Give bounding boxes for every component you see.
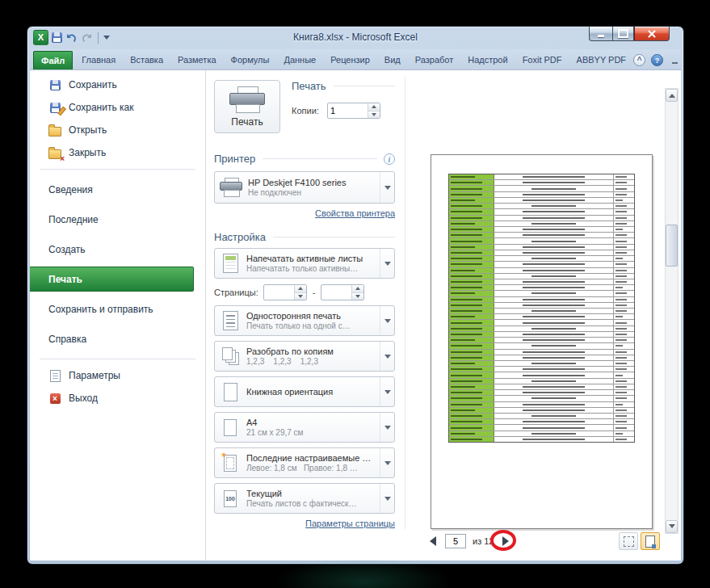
preview-cell-green xyxy=(449,245,494,250)
preview-cell xyxy=(614,192,634,197)
print-what-dropdown[interactable]: Напечатать активные листы Напечатать тол… xyxy=(214,248,395,279)
ribbon-tab[interactable]: ABBYY PDF xyxy=(569,50,634,69)
scrollbar-track[interactable] xyxy=(666,102,678,520)
info-icon[interactable] xyxy=(384,153,395,165)
ribbon-tab[interactable]: Рецензир xyxy=(323,50,377,69)
chevron-down-icon[interactable] xyxy=(380,413,394,442)
printer-properties-link[interactable]: Свойства принтера xyxy=(315,208,395,218)
spin-up-icon[interactable] xyxy=(295,285,306,293)
scroll-up-button[interactable] xyxy=(666,89,678,102)
save-icon[interactable] xyxy=(52,32,62,43)
preview-cell xyxy=(494,320,614,325)
sidebar-item-open[interactable]: Открыть xyxy=(30,119,205,141)
margins-icon xyxy=(224,455,237,472)
show-margins-button[interactable] xyxy=(619,532,638,550)
print-button[interactable]: Печать xyxy=(214,80,280,133)
star-icon xyxy=(221,451,227,459)
sidebar-item-save-as[interactable]: Сохранить как xyxy=(30,96,205,119)
preview-cell xyxy=(494,209,614,214)
chevron-down-icon[interactable] xyxy=(380,342,394,371)
preview-cell xyxy=(614,174,634,179)
preview-table-row xyxy=(449,198,634,204)
pages-from-stepper[interactable] xyxy=(263,284,307,300)
preview-cell xyxy=(614,274,634,279)
chevron-down-icon[interactable] xyxy=(380,484,394,513)
ribbon-tab[interactable]: Вставка xyxy=(123,50,170,69)
preview-cell xyxy=(494,250,614,255)
excel-logo-icon[interactable] xyxy=(33,30,48,45)
preview-cell xyxy=(494,180,614,185)
qat-customize-icon[interactable] xyxy=(103,36,110,43)
sidebar-nav-item[interactable]: Сохранить и отправить xyxy=(30,294,205,324)
spin-down-icon[interactable] xyxy=(295,293,306,300)
preview-scrollbar[interactable] xyxy=(665,88,678,534)
duplex-dropdown[interactable]: Односторонняя печать Печать только на од… xyxy=(214,305,395,336)
pages-label: Страницы: xyxy=(214,288,258,297)
page-setup-link[interactable]: Параметры страницы xyxy=(305,519,395,528)
preview-cell-green xyxy=(449,414,494,418)
sidebar-item-save[interactable]: Сохранить xyxy=(30,74,205,96)
ribbon-tab[interactable]: Файл xyxy=(33,51,73,69)
ribbon-tab[interactable]: Формулы xyxy=(224,50,277,69)
pages-from-input[interactable] xyxy=(264,285,294,300)
close-icon xyxy=(647,30,657,38)
spin-down-icon[interactable] xyxy=(352,293,363,300)
scroll-down-button[interactable] xyxy=(666,520,678,533)
orientation-dropdown[interactable]: Книжная ориентация xyxy=(214,376,395,407)
collapse-ribbon-icon[interactable] xyxy=(633,54,645,66)
ribbon-tab[interactable]: Надстрой xyxy=(460,50,515,69)
next-page-button[interactable] xyxy=(500,535,511,548)
ribbon-tab[interactable]: Вид xyxy=(377,50,408,69)
sidebar-item-close[interactable]: Закрыть xyxy=(30,141,205,164)
zoom-to-page-button[interactable] xyxy=(641,532,660,550)
printer-select-dropdown[interactable]: HP Deskjet F4100 series Не подключен xyxy=(214,171,395,204)
pages-to-stepper[interactable] xyxy=(321,284,364,300)
ribbon-tab[interactable]: Foxit PDF xyxy=(515,50,569,69)
minimize-button[interactable] xyxy=(589,27,612,41)
one-sided-print-icon xyxy=(223,311,238,330)
copies-input[interactable] xyxy=(328,103,368,118)
scrollbar-thumb[interactable] xyxy=(666,225,678,267)
arrow-left-icon xyxy=(430,536,436,546)
ribbon-tab[interactable]: Разметка xyxy=(170,50,224,69)
chevron-down-icon[interactable] xyxy=(380,249,394,278)
panel-divider xyxy=(405,77,405,529)
current-page-input[interactable] xyxy=(445,534,466,548)
sidebar-nav-item[interactable]: Создать xyxy=(30,234,205,264)
prev-page-button[interactable] xyxy=(427,535,439,548)
help-icon[interactable] xyxy=(651,54,663,66)
maximize-button[interactable] xyxy=(612,27,634,41)
undo-icon[interactable] xyxy=(65,32,78,44)
ribbon-tab[interactable]: Данные xyxy=(276,50,323,69)
preview-table-row xyxy=(449,274,634,279)
copies-stepper[interactable] xyxy=(327,103,380,119)
spin-up-icon[interactable] xyxy=(352,285,363,293)
redo-icon[interactable] xyxy=(81,32,93,44)
preview-cell xyxy=(614,361,634,366)
sidebar-item-options[interactable]: Параметры xyxy=(30,364,205,387)
scaling-dropdown[interactable]: 100 Текущий Печать листов с фактическ… xyxy=(214,483,395,514)
margins-dropdown[interactable]: Последние настраиваемые … Левое: 1,8 см … xyxy=(214,447,395,478)
spin-down-icon[interactable] xyxy=(368,111,380,119)
preview-cell xyxy=(494,414,614,418)
collate-dropdown[interactable]: Разобрать по копиям 1,2,3 1,2,3 1,2,3 xyxy=(214,341,395,372)
preview-view-buttons xyxy=(619,532,660,550)
paper-size-dropdown[interactable]: A4 21 см x 29,7 см xyxy=(214,412,395,443)
title-bar[interactable]: Книга8.xlsx - Microsoft Excel xyxy=(27,27,683,49)
workbook-minimize-button[interactable] xyxy=(669,55,680,65)
ribbon-tab[interactable]: Главная xyxy=(74,50,123,69)
ribbon-tab[interactable]: Разработ xyxy=(408,50,460,69)
close-button[interactable] xyxy=(634,27,670,41)
sidebar-nav-item[interactable]: Печать xyxy=(30,267,194,292)
pages-to-input[interactable] xyxy=(321,285,351,300)
chevron-down-icon[interactable] xyxy=(380,377,394,406)
preview-cell xyxy=(494,384,614,389)
chevron-down-icon[interactable] xyxy=(380,448,394,477)
chevron-down-icon[interactable] xyxy=(380,172,394,203)
sidebar-item-exit[interactable]: Выход xyxy=(30,387,205,410)
sidebar-nav-item[interactable]: Последние xyxy=(30,204,205,234)
sidebar-nav-item[interactable]: Сведения xyxy=(30,174,205,204)
sidebar-nav-item[interactable]: Справка xyxy=(30,324,205,354)
chevron-down-icon[interactable] xyxy=(380,306,394,335)
spin-up-icon[interactable] xyxy=(368,103,380,111)
